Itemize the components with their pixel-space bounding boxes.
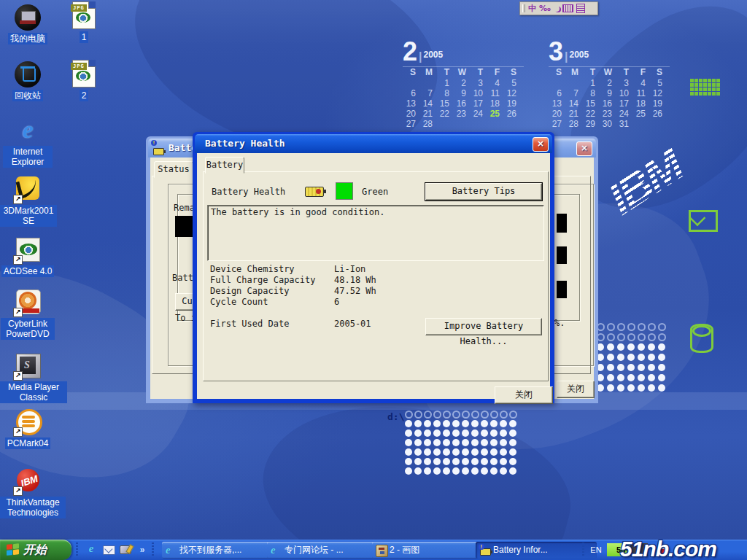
jpg-banner: JPG [71,63,87,70]
calendar-month: 2 [403,41,417,63]
quicklaunch-chevron-icon[interactable]: » [136,543,149,556]
shortcut-arrow: ↗ [13,427,23,437]
battery-window-icon: ! [153,143,164,158]
desktop-icon-acdsee[interactable]: ↗ ACDSee 4.0 [0,237,55,277]
task-button-label: Battery Infor... [493,545,548,555]
shortcut-arrow: ↗ [13,195,23,204]
icon-label: 2 [80,90,89,101]
jpg-banner: JPG [71,4,87,12]
quicklaunch-show-desktop-icon[interactable] [119,543,132,556]
paint-icon [376,545,388,557]
51nb-watermark: 51nb.com [620,537,716,560]
start-label: 开始 [23,543,47,556]
ie-icon: e [15,117,41,144]
acdsee-icon: ↗ [15,237,41,263]
desktop-icon-my-computer[interactable]: 我的电脑 [0,4,55,44]
ime-punctuation-icon[interactable] [554,6,560,12]
cylinder-icon [690,324,713,353]
calendar-february: 2|2005 SMTWTFS 1234567891011121314151617… [403,41,524,129]
desktop-icon-internet-explorer[interactable]: e Internet Explorer [0,117,55,168]
start-button[interactable]: 开始 [0,540,71,560]
ime-fullwidth-icon[interactable]: ‰ [539,3,551,14]
language-indicator[interactable]: EN [587,540,605,560]
calendar-separator: | [419,50,422,63]
desktop: 2|2005 SMTWTFS 1234567891011121314151617… [0,0,747,560]
calendar-year: 2005 [424,50,444,60]
bin-body [23,69,36,82]
ie-icon: e [271,545,282,556]
bin-lid [20,66,35,69]
taskbar-button-server-not-found[interactable]: e 找不到服务器,... [162,542,282,559]
tab-battery[interactable]: Battery [205,157,244,174]
battery-health-titlebar[interactable]: Battery Health × [195,134,552,153]
desktop-icon-3dmark2001[interactable]: ↗ 3DMark2001 SE [0,176,55,227]
ime-grip[interactable] [522,4,525,12]
powerdvd-icon: ↗ [15,289,41,316]
taskbar-button-paint[interactable]: 2 - 画图 [372,542,490,559]
jpg-file-icon: JPG [72,60,96,88]
calendar-year: 2005 [570,50,589,60]
shortcut-arrow: ↗ [13,371,23,381]
ime-toolbar-icon[interactable] [576,4,585,13]
task-button-label: 找不到服务器,... [179,545,241,555]
calendar-cells: 1234567891011121314151617181920212223242… [549,78,670,129]
ime-input-mode[interactable]: 中 [528,3,536,14]
desktop-icon-jpg-2[interactable]: JPG 2 [60,60,108,101]
laptop-screen [21,11,36,21]
ime-language-bar[interactable]: 中 ‰ [519,1,598,15]
close-button-background-window[interactable]: 关闭 [557,381,595,398]
desktop-icon-powerdvd[interactable]: ↗ CyberLink PowerDVD [0,289,55,340]
pixel-grid-icon [690,79,720,96]
icon-label: 3DMark2001 SE [0,205,57,227]
icon-label: 回收站 [12,90,43,101]
desktop-icon-recycle-bin[interactable]: 回收站 [0,61,55,101]
laptop-base [20,20,36,24]
battery-icon: ! [479,545,490,556]
ie-icon: e [166,545,177,556]
close-button[interactable]: × [576,141,592,156]
media-player-classic-icon: S ↗ [15,353,41,379]
taskbar-separator [582,542,584,557]
icon-label: ThinkVantage Technologies [0,497,66,518]
shortcut-arrow: ↗ [13,486,23,496]
pcmark-icon: ↗ [15,409,41,435]
quicklaunch-ie-icon[interactable]: e [85,543,98,556]
acdsee-eye-icon [20,244,37,255]
desktop-icon-thinkvantage[interactable]: IBM ↗ ThinkVantage Technologies [0,468,55,518]
acdsee-eye-icon [76,12,90,23]
shortcut-arrow: ↗ [13,255,23,265]
icon-label: ACDSee 4.0 [1,265,55,277]
taskbar-button-battery-information[interactable]: ! Battery Infor... [476,542,597,559]
battery-health-body: Battery Battery Health Green Battery Tip… [197,153,550,399]
tab-status[interactable]: Status [154,161,193,178]
battery-tab-panel [203,171,549,381]
icon-label: PCMark04 [5,438,51,449]
icon-label: CyberLink PowerDVD [1,318,55,340]
drive-label: d:\ [387,411,404,422]
envelope-icon [689,210,718,232]
ime-keyboard-icon[interactable] [562,4,573,12]
quicklaunch-outlook-icon[interactable] [102,543,115,556]
calendar-separator: | [565,50,568,63]
battery-health-window[interactable]: Battery Health × Battery Battery Health … [193,132,554,403]
3dmark-icon: ↗ [15,176,41,203]
task-button-label: 专门网论坛 - ... [285,545,344,555]
icon-label: 我的电脑 [8,33,47,44]
calendar-month: 3 [549,41,563,63]
thinkvantage-icon: IBM ↗ [15,468,41,494]
acdsee-eye-icon [76,71,90,81]
jpg-file-icon: JPG [72,1,96,29]
close-button-battery-health[interactable]: 关闭 [495,386,553,404]
taskbar-separator [76,542,78,557]
task-button-label: 2 - 画图 [390,545,419,555]
desktop-icon-media-player-classic[interactable]: S ↗ Media Player Classic [0,353,55,403]
taskbar-separator [152,542,154,557]
desktop-icon-pcmark04[interactable]: ↗ PCMark04 [0,409,55,449]
taskbar-button-forum[interactable]: e 专门网论坛 - ... [267,542,387,559]
window-title: Battery Health [205,138,285,149]
desktop-icon-jpg-1[interactable]: JPG 1 [60,1,108,43]
windows-flag-icon [7,543,20,556]
calendar-day-headers: SMTWTFS [403,67,524,78]
close-button[interactable]: × [533,137,549,152]
calendar-cells: 1234567891011121314151617181920212223242… [403,78,524,129]
